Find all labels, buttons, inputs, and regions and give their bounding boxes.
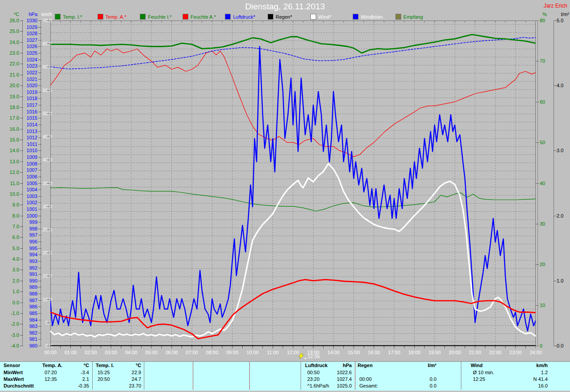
axis-label: 1006 — [20, 174, 37, 179]
axis-label: 24.0 — [3, 40, 19, 45]
stats-value-cell: -3.4 — [53, 370, 89, 375]
axis-label: 25.0 — [3, 28, 19, 34]
x-axis-label: 23:00 — [506, 350, 525, 355]
axis-label: 80 — [540, 18, 551, 23]
axis-tick — [38, 125, 41, 125]
stats-divider — [461, 362, 461, 390]
axis-label: 50 — [540, 140, 551, 145]
axis-label: -4.0 — [3, 343, 19, 348]
user-watermark: Jarz Erich — [544, 3, 567, 9]
axis-label: 4.0 — [3, 256, 19, 262]
axis-label: 21.0 — [3, 72, 19, 77]
axis-header-lm: l/m² — [548, 12, 569, 17]
legend-item-luftdruck-[interactable]: Luftdruck* — [225, 14, 255, 20]
axis-label: 18.0 — [3, 105, 19, 110]
axis-label: 17.0 — [3, 115, 19, 121]
axis-tick — [38, 307, 41, 307]
weather-chart-window: Dienstag, 26.11.2013 Jarz Erich Temp. I.… — [0, 0, 570, 392]
legend-item-empfang[interactable]: Empfang — [395, 14, 423, 20]
axis-tick — [38, 202, 41, 203]
stats-col-unit: km/h — [521, 363, 548, 368]
axis-tick — [38, 177, 41, 177]
axis-tick — [38, 105, 41, 105]
axis-label: 986 — [20, 304, 37, 309]
stats-row-label: Sensor — [4, 363, 20, 368]
axis-tick — [38, 85, 41, 86]
stats-divider — [355, 362, 355, 390]
axis-tick — [38, 268, 41, 268]
stats-divider — [193, 362, 193, 390]
axis-tick — [47, 137, 50, 137]
axis-tick — [554, 281, 557, 281]
legend-color-swatch-icon — [140, 14, 146, 20]
axis-label: 989 — [20, 284, 37, 290]
axis-label: -2.0 — [3, 321, 19, 327]
axis-tick — [38, 281, 41, 281]
legend-item-label: Empfang — [403, 14, 423, 20]
legend-item-label: Feuchte I.* — [148, 14, 171, 20]
axis-label: 60 — [540, 99, 551, 105]
axis-header-%: % — [525, 12, 547, 17]
axis-label: 2.0 — [3, 278, 19, 283]
axis-label: 1013 — [20, 129, 37, 134]
stats-value-cell: 23.70 — [106, 383, 141, 388]
axis-tick — [47, 299, 50, 300]
legend-color-swatch-icon — [183, 14, 188, 20]
stats-col-header: Wind — [471, 363, 483, 368]
stats-value-cell: 0.0 — [401, 376, 436, 382]
axis-label: 988 — [20, 291, 37, 296]
axis-label: 1.0 — [3, 289, 19, 294]
legend-item-windb-en[interactable]: Windböen — [353, 14, 383, 20]
legend-item-temp-i-[interactable]: Temp. I.* — [55, 14, 82, 20]
x-axis-label: 16:00 — [364, 350, 384, 355]
axis-tick — [47, 90, 50, 91]
stats-divider — [144, 362, 144, 390]
legend-item-temp-a-[interactable]: Temp. A.* — [98, 14, 126, 20]
x-axis-label: 06:00 — [162, 350, 182, 355]
axis-label: 1003 — [20, 194, 37, 199]
axis-tick — [38, 313, 41, 314]
axis-label: 0.0 — [3, 300, 19, 305]
axis-tick — [536, 346, 539, 346]
axis-tick — [38, 216, 41, 216]
axis-tick — [38, 164, 41, 164]
legend-item-regen-[interactable]: Regen* — [268, 14, 292, 20]
axis-tick — [38, 46, 41, 47]
legend-item-feuchte-i-[interactable]: Feuchte I.* — [140, 14, 171, 20]
axis-tick — [47, 44, 50, 44]
marker-triangle-icon: ▲ — [304, 356, 307, 360]
legend-item-feuchte-a-[interactable]: Feuchte A.* — [183, 14, 216, 20]
axis-label: 1024 — [20, 57, 37, 62]
stats-col-header: Temp. A. — [42, 363, 62, 368]
axis-label: 70 — [540, 58, 551, 64]
x-axis-label: 10:00 — [243, 350, 262, 355]
legend-item-label: Regen* — [276, 14, 292, 20]
axis-tick — [38, 339, 41, 339]
x-axis-label: 02:00 — [81, 350, 101, 355]
axis-tick — [38, 209, 41, 210]
axis-tick — [47, 230, 50, 230]
x-axis-label: 05:00 — [142, 350, 161, 355]
x-axis-label: 18:00 — [405, 350, 424, 355]
axis-tick — [38, 248, 41, 249]
axis-tick — [38, 33, 41, 34]
axis-label: 16.0 — [3, 126, 19, 132]
axis-label: 985 — [20, 311, 37, 316]
axis-label: 1011 — [20, 141, 37, 147]
axis-tick — [38, 333, 41, 333]
axis-label: 1007 — [20, 167, 37, 173]
axis-label: 1004 — [20, 187, 37, 192]
axis-label: 23.0 — [3, 50, 19, 56]
legend-item-wind-[interactable]: Wind* — [310, 14, 331, 20]
axis-label: 19.0 — [3, 94, 19, 99]
axis-label: 1014 — [20, 122, 37, 127]
axis-label: 1018 — [20, 96, 37, 101]
axis-tick — [554, 346, 557, 346]
axis-label: 10 — [540, 303, 551, 308]
stats-value-cell: 24.7 — [106, 376, 141, 382]
stats-value-cell: 1.2 — [512, 370, 548, 375]
stats-col-unit: °C — [62, 363, 89, 368]
axis-tick — [38, 294, 41, 294]
stats-col-unit: hPa — [325, 363, 352, 368]
x-axis-label: 09:00 — [223, 350, 242, 355]
